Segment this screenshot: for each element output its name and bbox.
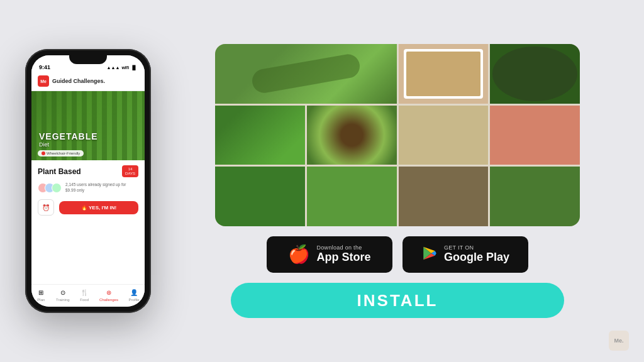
nav-plan[interactable]: ⊞ Plan xyxy=(36,288,45,302)
install-label: INSTALL xyxy=(357,291,438,310)
app-store-large: App Store xyxy=(316,251,370,265)
hero-subtitle: Diet xyxy=(39,141,98,148)
challenges-icon: ⊛ xyxy=(104,288,113,297)
app-store-small: Download on the xyxy=(316,244,370,251)
food-peas xyxy=(307,167,397,226)
users-line2: $9.99 only xyxy=(65,188,126,193)
training-label: Training xyxy=(56,298,69,302)
alarm-button[interactable]: ⏰ xyxy=(38,199,54,216)
plan-icon: ⊞ xyxy=(36,288,45,297)
users-row: 2,145 users already signed up for $9.99 … xyxy=(38,182,138,193)
food-greens-bowl xyxy=(490,44,580,104)
phone-notch xyxy=(69,55,107,64)
hero-text: VEGETABLE Diet xyxy=(39,131,98,148)
food-label: Food xyxy=(80,298,89,302)
food-broccoli xyxy=(215,106,305,165)
google-play-button[interactable]: GET IT ON Google Play xyxy=(402,236,528,273)
main-container: 9:41 ▲▲▲ wifi ▐▌ Me Guided Challenges. xyxy=(0,0,644,362)
wheelchair-label: Wheelchair-Friendly xyxy=(47,151,80,155)
profile-icon: 👤 xyxy=(130,288,138,297)
phone-content: Plant Based 14 DAYS 2,145 xyxy=(31,160,145,284)
right-section: 🍎 Download on the App Store xyxy=(176,44,619,318)
wheelchair-badge: Wheelchair-Friendly xyxy=(38,150,84,156)
phone-section: 9:41 ▲▲▲ wifi ▐▌ Me Guided Challenges. xyxy=(25,49,151,313)
food-rice xyxy=(399,167,489,226)
app-header: Me Guided Challenges. xyxy=(31,73,145,91)
food-avocado xyxy=(307,106,397,165)
yes-im-in-button[interactable]: 🔥 YES, I'M IN! xyxy=(59,201,138,214)
challenges-label: Challenges xyxy=(99,298,118,302)
google-play-text: GET IT ON Google Play xyxy=(444,244,509,265)
phone-time: 9:41 xyxy=(39,64,50,70)
food-icon: 🍴 xyxy=(80,288,89,297)
plan-label: Plan xyxy=(37,298,45,302)
user-avatars xyxy=(38,183,62,193)
store-buttons: 🍎 Download on the App Store xyxy=(267,236,528,273)
install-button[interactable]: INSTALL xyxy=(231,283,564,318)
status-icons: ▲▲▲ wifi ▐▌ xyxy=(107,65,137,70)
profile-label: Profile xyxy=(129,298,140,302)
food-quinoa xyxy=(399,106,489,165)
google-play-large: Google Play xyxy=(444,251,509,265)
phone-nav: ⊞ Plan ⊙ Training 🍴 Food ⊛ Challenges xyxy=(31,284,145,307)
watermark-text: Me. xyxy=(614,337,623,344)
days-label: DAYS xyxy=(125,172,135,176)
training-icon: ⊙ xyxy=(58,288,67,297)
apple-icon: 🍎 xyxy=(288,246,310,263)
hero-title: VEGETABLE xyxy=(39,131,98,141)
phone-screen: 9:41 ▲▲▲ wifi ▐▌ Me Guided Challenges. xyxy=(31,55,145,307)
nav-challenges[interactable]: ⊛ Challenges xyxy=(99,288,118,302)
food-brussels xyxy=(490,167,580,226)
app-name: Guided Challenges. xyxy=(52,78,105,84)
cta-row: ⏰ 🔥 YES, I'M IN! xyxy=(38,199,138,216)
food-lentils xyxy=(490,106,580,165)
users-line1: 2,145 users already signed up for xyxy=(65,182,126,187)
nav-profile[interactable]: 👤 Profile xyxy=(129,288,140,302)
days-number: 14 xyxy=(125,167,135,172)
avatar-3 xyxy=(52,183,62,193)
battery-icon: ▐▌ xyxy=(131,65,137,70)
challenge-title: Plant Based xyxy=(38,167,81,176)
signal-icon: ▲▲▲ xyxy=(107,65,120,70)
me-logo: Me xyxy=(38,75,49,87)
hero-image: VEGETABLE Diet Wheelchair-Friendly xyxy=(31,91,145,160)
food-image-grid xyxy=(215,44,580,226)
wheelchair-icon xyxy=(42,151,45,155)
days-badge: 14 DAYS xyxy=(122,165,138,177)
watermark: Me. xyxy=(609,331,629,351)
app-store-button[interactable]: 🍎 Download on the App Store xyxy=(267,236,392,273)
food-seeds-top xyxy=(399,44,489,104)
app-store-text: Download on the App Store xyxy=(316,244,370,265)
challenge-row: Plant Based 14 DAYS xyxy=(38,165,138,177)
nav-training[interactable]: ⊙ Training xyxy=(56,288,69,302)
google-play-icon xyxy=(421,245,438,265)
food-zucchini xyxy=(215,44,397,104)
users-text: 2,145 users already signed up for $9.99 … xyxy=(65,182,126,193)
wifi-icon: wifi xyxy=(121,65,129,70)
seed-fill xyxy=(406,52,481,96)
nav-food[interactable]: 🍴 Food xyxy=(80,288,89,302)
food-spinach xyxy=(215,167,305,226)
google-play-small: GET IT ON xyxy=(444,244,509,251)
phone-mockup: 9:41 ▲▲▲ wifi ▐▌ Me Guided Challenges. xyxy=(25,49,151,313)
